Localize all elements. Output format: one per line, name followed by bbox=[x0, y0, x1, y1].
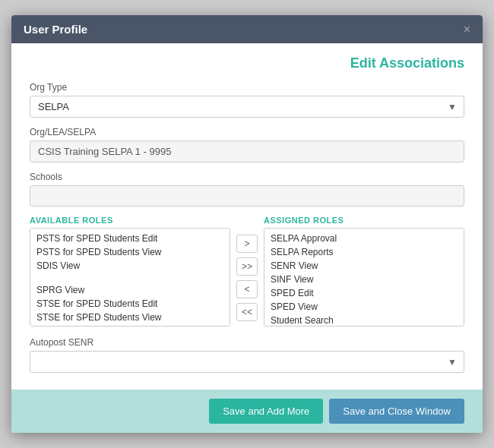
autopost-group: Autopost SENR ▼ bbox=[30, 337, 464, 373]
modal-body: Edit Associations Org Type SELPA ▼ Org/L… bbox=[11, 43, 483, 390]
move-all-right-button[interactable]: >> bbox=[236, 257, 258, 276]
move-right-button[interactable]: > bbox=[236, 235, 258, 253]
org-lea-group: Org/LEA/SELPA CSIS Training SELPA 1 - 99… bbox=[30, 127, 464, 162]
org-type-select[interactable]: SELPA bbox=[30, 96, 464, 118]
roles-transfer-buttons: > >> < << bbox=[230, 229, 264, 327]
org-type-label: Org Type bbox=[30, 82, 464, 93]
modal-footer: Save and Add More Save and Close Window bbox=[11, 390, 483, 433]
list-item[interactable]: SPED Edit bbox=[264, 286, 464, 300]
list-item[interactable]: PSTS for SPED Students View bbox=[30, 245, 230, 259]
org-type-select-wrapper: SELPA ▼ bbox=[30, 96, 464, 118]
schools-group: Schools bbox=[30, 172, 464, 207]
close-button[interactable]: × bbox=[464, 24, 470, 36]
assigned-roles-list[interactable]: SELPA Approval SELPA Reports SENR View S… bbox=[264, 228, 464, 327]
org-lea-label: Org/LEA/SELPA bbox=[30, 127, 464, 137]
list-item[interactable]: STSE for SPED Students View bbox=[30, 311, 230, 324]
move-left-button[interactable]: < bbox=[236, 280, 258, 298]
schools-label: Schools bbox=[30, 172, 464, 182]
available-roles-list[interactable]: PSTS for SPED Students Edit PSTS for SPE… bbox=[30, 228, 230, 327]
list-item[interactable]: SINF View bbox=[264, 273, 464, 286]
save-close-button[interactable]: Save and Close Window bbox=[329, 399, 464, 424]
list-item[interactable]: SDIS View bbox=[30, 259, 230, 273]
save-add-button[interactable]: Save and Add More bbox=[209, 399, 323, 424]
assigned-roles-column: ASSIGNED ROLES SELPA Approval SELPA Repo… bbox=[264, 216, 464, 327]
roles-section: AVAILABLE ROLES PSTS for SPED Students E… bbox=[30, 216, 464, 327]
available-roles-column: AVAILABLE ROLES PSTS for SPED Students E… bbox=[30, 216, 230, 327]
list-item[interactable]: SPRG View bbox=[30, 283, 230, 297]
modal-container: User Profile × Edit Associations Org Typ… bbox=[11, 15, 483, 433]
available-roles-label: AVAILABLE ROLES bbox=[30, 216, 230, 225]
list-item[interactable]: SELPA Approval bbox=[264, 232, 464, 245]
modal-title: User Profile bbox=[24, 23, 87, 36]
schools-value bbox=[30, 185, 464, 207]
modal-header: User Profile × bbox=[11, 15, 483, 43]
autopost-select-wrapper: ▼ bbox=[30, 351, 464, 373]
list-item[interactable] bbox=[30, 273, 230, 283]
list-item[interactable]: PSTS for SPED Students Edit bbox=[30, 232, 230, 245]
org-type-group: Org Type SELPA ▼ bbox=[30, 82, 464, 118]
list-item[interactable]: STSE for SPED Students Edit bbox=[30, 297, 230, 311]
list-item[interactable]: Student Search bbox=[264, 314, 464, 327]
org-lea-value: CSIS Training SELPA 1 - 9995 bbox=[30, 140, 464, 162]
list-item[interactable]: SPED View bbox=[264, 300, 464, 314]
autopost-select[interactable] bbox=[30, 351, 464, 373]
edit-associations-title: Edit Associations bbox=[30, 55, 464, 71]
autopost-label: Autopost SENR bbox=[30, 337, 464, 348]
list-item[interactable]: SELPA Reports bbox=[264, 245, 464, 259]
move-all-left-button[interactable]: << bbox=[236, 303, 258, 321]
assigned-roles-label: ASSIGNED ROLES bbox=[264, 216, 464, 225]
list-item[interactable]: SENR View bbox=[264, 259, 464, 273]
